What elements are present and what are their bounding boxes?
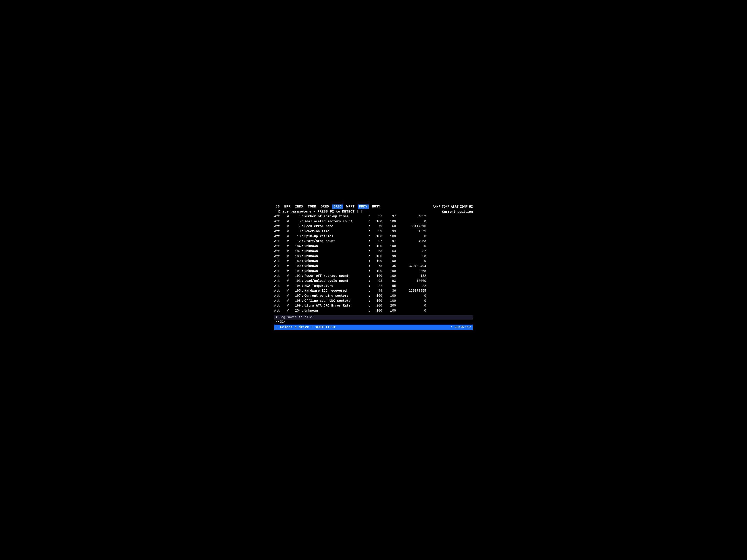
tab-dreq: DREQ — [319, 205, 330, 209]
hash: # — [287, 284, 290, 289]
prompt-text: MHDD>_ — [276, 320, 287, 324]
att-label: Att — [274, 264, 287, 269]
attr-val1: 97 — [371, 214, 382, 219]
attr-val2: 100 — [385, 298, 396, 303]
val-colon: : — [368, 244, 371, 249]
attr-val3: 37 — [399, 249, 426, 254]
val-colon: : — [368, 303, 371, 309]
attr-name: Unknown — [304, 269, 368, 274]
hash: # — [287, 289, 290, 293]
attr-num: 7 — [290, 224, 301, 229]
attr-val2: 200 — [385, 303, 396, 309]
col-colon: : — [301, 293, 304, 298]
attr-name: Power-off retract count — [304, 274, 368, 278]
attr-name: Hardware ECC recovered — [304, 289, 368, 293]
val-colon: : — [368, 249, 371, 254]
table-row: Att # 195 : Hardware ECC recovered : 49 … — [274, 289, 473, 293]
table-row: Att # 193 : Load/unload cycle count : 93… — [274, 278, 473, 284]
attr-num: 184 — [290, 244, 301, 249]
attr-val1: 100 — [371, 274, 382, 278]
attr-val2: 100 — [385, 219, 396, 224]
attr-val1: 100 — [371, 309, 382, 313]
col-colon: : — [301, 259, 304, 264]
table-row: Att # 190 : Unknown : 78 45 370409494 — [274, 264, 473, 269]
attr-val1: 100 — [371, 244, 382, 249]
attr-val3: 86417510 — [399, 224, 426, 229]
attr-val3: 4052 — [399, 214, 426, 219]
attr-name: Number of spin-up times — [304, 214, 368, 219]
att-label: Att — [274, 278, 287, 284]
attr-val3: 0 — [399, 293, 426, 298]
attr-val2: 99 — [385, 229, 396, 234]
attr-num: 199 — [290, 303, 301, 309]
attr-val3: 0 — [399, 244, 426, 249]
attr-val1: 79 — [371, 224, 382, 229]
attr-num: 194 — [290, 284, 301, 289]
attr-name: Unknown — [304, 244, 368, 249]
attr-num: 197 — [290, 293, 301, 298]
table-row: Att # 187 : Unknown : 63 63 37 — [274, 249, 473, 254]
att-label: Att — [274, 259, 287, 264]
att-label: Att — [274, 239, 287, 244]
attr-val1: 100 — [371, 259, 382, 264]
bracket-right: [ — [361, 210, 363, 214]
log-square: ■ — [276, 316, 277, 319]
attr-val1: 100 — [371, 219, 382, 224]
attr-val1: 200 — [371, 303, 382, 309]
tab-tonf: TONF — [442, 205, 449, 209]
col-colon: : — [301, 264, 304, 269]
attr-name: Unknown — [304, 259, 368, 264]
val-colon: : — [368, 259, 371, 264]
val-colon: : — [368, 239, 371, 244]
attr-val1: 100 — [371, 254, 382, 259]
main-screen: 50 ERR INDX CORR DREQ DRSC WRFT DRDY BUS… — [271, 202, 476, 358]
attr-val2: 36 — [385, 289, 396, 293]
attr-val2: 100 — [385, 274, 396, 278]
attr-val2: 60 — [385, 224, 396, 229]
attr-val3: 1671 — [399, 229, 426, 234]
col-colon: : — [301, 234, 304, 239]
current-position-label: Current position — [442, 210, 473, 214]
hash: # — [287, 219, 290, 224]
attr-name: Unknown — [304, 264, 368, 269]
attr-num: 193 — [290, 278, 301, 284]
table-row: Att # 4 : Number of spin-up times : 97 9… — [274, 214, 473, 219]
table-row: Att # 198 : Offline scan UNC sectors : 1… — [274, 298, 473, 303]
attr-num: 4 — [290, 214, 301, 219]
attr-num: 191 — [290, 269, 301, 274]
table-row: Att # 188 : Unknown : 100 98 28 — [274, 254, 473, 259]
table-row: Att # 197 : Current pending sectors : 10… — [274, 293, 473, 298]
att-label: Att — [274, 298, 287, 303]
table-row: Att # 189 : Unknown : 100 100 0 — [274, 259, 473, 264]
att-label: Att — [274, 303, 287, 309]
table-row: Att # 194 : HDA Temperature : 22 55 22 — [274, 284, 473, 289]
col-colon: : — [301, 214, 304, 219]
table-row: Att # 184 : Unknown : 100 100 0 — [274, 244, 473, 249]
attr-val2: 97 — [385, 239, 396, 244]
attr-val1: 100 — [371, 293, 382, 298]
hash: # — [287, 244, 290, 249]
tab-abrt: ABRT — [451, 205, 459, 209]
table-row: Att # 191 : Unknown : 100 100 268 — [274, 269, 473, 274]
tab-drdy[interactable]: DRDY — [358, 205, 369, 209]
attr-name: Offline scan UNC sectors — [304, 298, 368, 303]
attr-num: 9 — [290, 229, 301, 234]
hash: # — [287, 239, 290, 244]
attr-name: Current pending sectors — [304, 293, 368, 298]
attr-val1: 100 — [371, 298, 382, 303]
attr-num: 254 — [290, 309, 301, 313]
attr-name: Unknown — [304, 254, 368, 259]
prompt-bar[interactable]: MHDD>_ — [274, 320, 473, 324]
attr-name: HDA Temperature — [304, 284, 368, 289]
val-colon: : — [368, 214, 371, 219]
status-left: ! Select a drive : <SHIFT+F3> — [276, 325, 336, 329]
val-colon: : — [368, 254, 371, 259]
hash: # — [287, 278, 290, 284]
attr-val2: 63 — [385, 249, 396, 254]
attr-val3: 0 — [399, 309, 426, 313]
tab-drsc[interactable]: DRSC — [332, 205, 343, 209]
attr-val2: 100 — [385, 293, 396, 298]
attr-val1: 49 — [371, 289, 382, 293]
col-colon: : — [301, 239, 304, 244]
table-row: Att # 9 : Power-on time : 99 99 1671 — [274, 229, 473, 234]
